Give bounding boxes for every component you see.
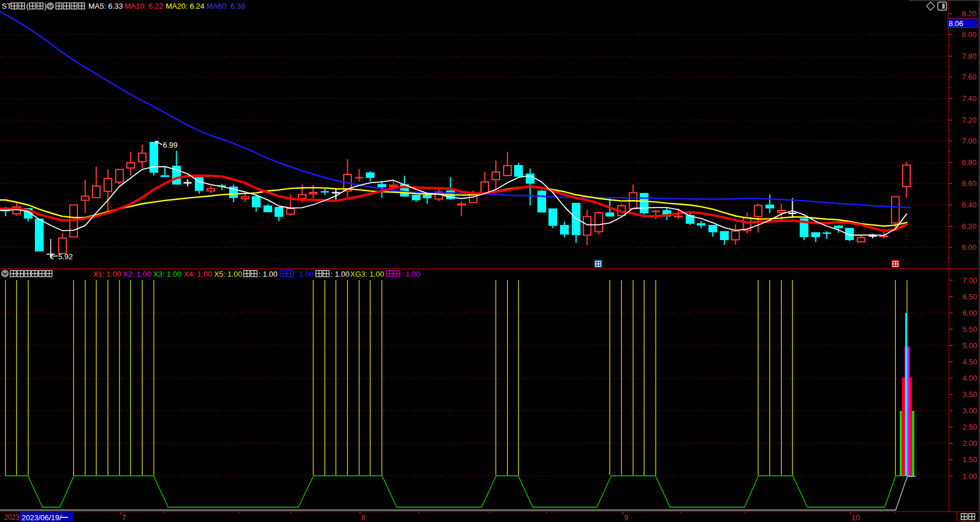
- svg-text:MA5: 6.33: MA5: 6.33: [88, 2, 123, 10]
- svg-text:1.50: 1.50: [963, 455, 977, 464]
- svg-text:3.00: 3.00: [963, 406, 977, 415]
- svg-text:XG3: 1.00: XG3: 1.00: [350, 270, 384, 278]
- svg-text:8: 8: [361, 513, 365, 522]
- svg-text:5.92: 5.92: [58, 252, 73, 261]
- svg-text:): ): [44, 2, 47, 10]
- svg-text:X5: 1.00: X5: 1.00: [214, 270, 242, 278]
- svg-text:8.00: 8.00: [962, 30, 977, 39]
- svg-text:2.50: 2.50: [963, 423, 977, 431]
- svg-text:4.50: 4.50: [963, 357, 977, 366]
- svg-text:: 1.00: : 1.00: [259, 270, 278, 278]
- svg-text:10: 10: [851, 513, 860, 522]
- svg-text:6.00: 6.00: [963, 309, 977, 317]
- svg-text:9: 9: [624, 513, 628, 522]
- svg-text:7.40: 7.40: [962, 94, 977, 103]
- svg-text:X4: 1.00: X4: 1.00: [184, 270, 212, 278]
- svg-text:6.50: 6.50: [963, 292, 977, 301]
- svg-text:6.99: 6.99: [163, 141, 177, 149]
- svg-text:2023: 2023: [4, 513, 20, 521]
- svg-text:ST: ST: [2, 2, 12, 10]
- svg-text:7.00: 7.00: [963, 276, 977, 285]
- svg-text:X2: 1.00: X2: 1.00: [123, 270, 151, 278]
- svg-text:8.06: 8.06: [949, 19, 963, 28]
- svg-text:7.20: 7.20: [962, 116, 977, 124]
- svg-text:7: 7: [122, 513, 126, 522]
- svg-text:5.00: 5.00: [963, 341, 977, 350]
- svg-text:6.00: 6.00: [962, 243, 977, 252]
- svg-text:MA60: 6.38: MA60: 6.38: [206, 2, 245, 10]
- svg-text:X3: 1.00: X3: 1.00: [154, 270, 181, 278]
- svg-text:2023/06/19/: 2023/06/19/: [22, 513, 62, 522]
- svg-text:7.60: 7.60: [962, 73, 977, 81]
- svg-text:6.20: 6.20: [962, 222, 977, 231]
- svg-text:1.00: 1.00: [963, 472, 977, 481]
- svg-text:X1: 1.00: X1: 1.00: [93, 270, 121, 278]
- svg-text:: 1.00: : 1.00: [401, 270, 420, 278]
- svg-text:3.50: 3.50: [963, 390, 977, 399]
- svg-text:7.00: 7.00: [962, 137, 977, 145]
- svg-text:: 1.00: : 1.00: [295, 270, 314, 278]
- svg-text:: 1.00: : 1.00: [331, 270, 350, 278]
- svg-text:2.00: 2.00: [963, 439, 977, 448]
- svg-text:MA20: 6.24: MA20: 6.24: [166, 2, 205, 10]
- svg-text:7.80: 7.80: [962, 52, 977, 60]
- svg-text:MA10: 6.22: MA10: 6.22: [124, 2, 163, 10]
- svg-text:6.40: 6.40: [962, 201, 977, 209]
- svg-text:6.80: 6.80: [962, 158, 977, 167]
- svg-text:5.50: 5.50: [963, 325, 977, 334]
- svg-text:8.20: 8.20: [962, 9, 977, 18]
- svg-text:6.60: 6.60: [962, 179, 977, 188]
- svg-text:(: (: [26, 2, 29, 10]
- svg-text:4.00: 4.00: [963, 374, 977, 382]
